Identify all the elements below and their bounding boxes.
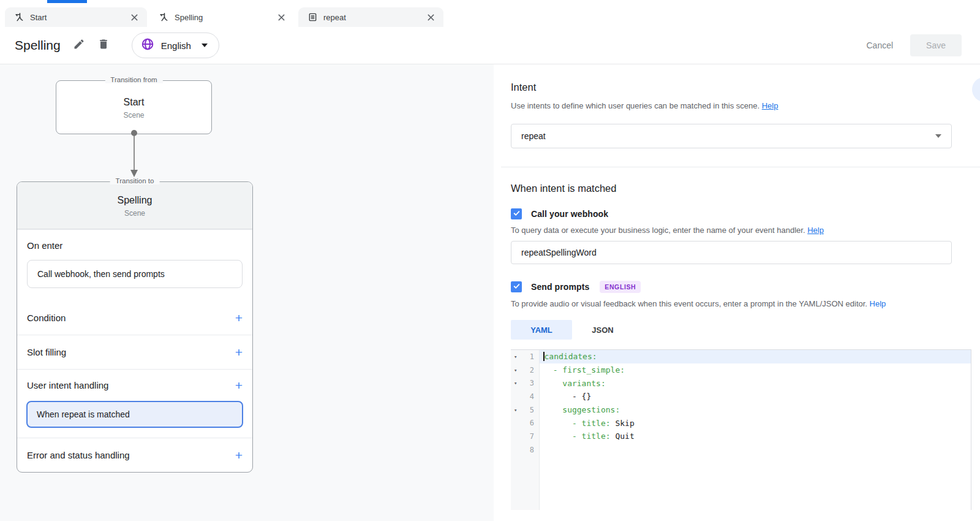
intent-help-link[interactable]: Help xyxy=(762,101,778,110)
edit-scene-button[interactable] xyxy=(73,38,85,53)
section-error-and-status-handling: Error and status handling+ xyxy=(17,438,252,472)
code-line-content[interactable] xyxy=(540,443,971,457)
add-condition-button[interactable]: + xyxy=(235,311,243,324)
section-row-error-and-status-handling[interactable]: Error and status handling+ xyxy=(17,438,252,472)
send-prompts-label: Send prompts xyxy=(531,282,589,292)
chevron-down-icon xyxy=(202,44,208,47)
scene-card-header[interactable]: Transition to Spelling Scene xyxy=(17,182,252,229)
tab-start[interactable]: Start xyxy=(5,7,147,27)
close-icon xyxy=(427,13,435,21)
code-segment: Quit xyxy=(615,432,634,441)
prompts-help-link[interactable]: Help xyxy=(870,299,886,308)
section-row-user-intent-handling[interactable]: User intent handling+ xyxy=(17,370,252,400)
code-segment: Skip xyxy=(615,419,634,428)
code-line-content[interactable]: candidates: xyxy=(540,350,971,363)
scene-header: Spelling English Cancel Save xyxy=(0,27,980,64)
matched-section-title: When intent is matched xyxy=(511,183,980,194)
header-actions: Cancel Save xyxy=(858,34,962,56)
checkmark-icon xyxy=(513,281,521,292)
checkmark-icon xyxy=(513,208,521,219)
section-divider xyxy=(501,167,980,167)
editor-line[interactable]: 6 - title: Skip xyxy=(511,416,971,430)
editor-line[interactable]: ▾1candidates: xyxy=(511,350,971,363)
yaml-editor-lines: ▾1candidates:▾2 - first_simple:▾3 varian… xyxy=(511,350,971,457)
fold-arrow-icon[interactable]: ▾ xyxy=(514,354,522,360)
line-number: 8 xyxy=(522,446,540,454)
code-line-content[interactable]: variants: xyxy=(540,376,971,390)
section-row-condition[interactable]: Condition+ xyxy=(17,301,252,335)
tab-spelling[interactable]: Spelling xyxy=(149,7,294,27)
code-segment: variants: xyxy=(543,379,606,388)
cancel-button[interactable]: Cancel xyxy=(858,34,902,56)
code-line-content[interactable]: suggestions: xyxy=(540,403,971,417)
intent-select[interactable]: repeat xyxy=(511,124,952,148)
fold-arrow-icon[interactable]: ▾ xyxy=(514,367,522,373)
line-number: 7 xyxy=(522,432,540,441)
editor-line[interactable]: ▾2 - first_simple: xyxy=(511,363,971,377)
send-prompts-checkbox[interactable] xyxy=(511,281,522,292)
prompts-description: To provide audio or visual feedback when… xyxy=(511,299,980,308)
close-tab-button[interactable] xyxy=(427,13,435,21)
yaml-editor[interactable]: ▾1candidates:▾2 - first_simple:▾3 varian… xyxy=(511,349,971,510)
section-label: Condition xyxy=(27,313,66,323)
webhook-description: To query data or execute your business l… xyxy=(511,226,980,235)
line-number: 4 xyxy=(522,392,540,401)
editor-line[interactable]: 8 xyxy=(511,443,971,457)
on-enter-item[interactable]: Call webhook, then send prompts xyxy=(27,260,243,288)
line-number: 6 xyxy=(522,419,540,427)
line-number: 3 xyxy=(522,379,540,387)
transition-to-card: Transition to Spelling Scene On enter Ca… xyxy=(17,181,253,473)
page-title: Spelling xyxy=(15,38,61,53)
language-selector[interactable]: English xyxy=(132,32,219,58)
code-segment: - first_simple: xyxy=(543,365,625,375)
intent-section-title: Intent xyxy=(511,82,980,93)
line-gutter: ▾2 xyxy=(511,363,540,377)
fold-arrow-icon[interactable]: ▾ xyxy=(514,380,522,386)
add-slot-filling-button[interactable]: + xyxy=(235,346,243,359)
add-user-intent-handling-button[interactable]: + xyxy=(235,379,243,392)
pencil-icon xyxy=(73,38,85,53)
save-button[interactable]: Save xyxy=(910,34,962,56)
code-line-content[interactable]: - title: Skip xyxy=(540,416,971,430)
code-line-content[interactable]: - first_simple: xyxy=(540,363,971,377)
transition-to-label: Transition to xyxy=(110,177,160,184)
line-number: 1 xyxy=(522,352,540,361)
transition-from-box[interactable]: Transition from Start Scene xyxy=(56,80,212,134)
webhook-help-link[interactable]: Help xyxy=(807,226,824,235)
call-webhook-label: Call your webhook xyxy=(531,209,608,219)
webhook-handler-input[interactable]: repeatSpellingWord xyxy=(511,241,952,264)
editor-line[interactable]: ▾3 variants: xyxy=(511,376,971,390)
add-error-and-status-handling-button[interactable]: + xyxy=(235,449,243,462)
section-label: Slot filling xyxy=(27,347,66,357)
section-condition: Condition+ xyxy=(17,301,252,335)
close-tab-button[interactable] xyxy=(277,13,285,21)
line-number: 2 xyxy=(522,366,540,375)
send-prompts-row: Send prompts ENGLISH xyxy=(511,281,980,293)
intent-select-value: repeat xyxy=(521,131,546,141)
code-segment: - title: xyxy=(543,432,615,441)
dropdown-caret-icon xyxy=(935,134,941,138)
fold-arrow-icon[interactable]: ▾ xyxy=(514,407,522,413)
from-scene-title: Start xyxy=(56,97,211,108)
editor-line[interactable]: ▾5 suggestions: xyxy=(511,403,971,417)
intent-icon xyxy=(308,12,317,22)
transition-from-label: Transition from xyxy=(105,76,162,83)
editor-tab-json[interactable]: JSON xyxy=(572,320,633,340)
section-label: Error and status handling xyxy=(27,450,130,460)
tab-repeat[interactable]: repeat xyxy=(298,7,443,27)
code-line-content[interactable]: - {} xyxy=(540,390,971,403)
editor-tab-yaml[interactable]: YAML xyxy=(511,320,572,340)
close-tab-button[interactable] xyxy=(130,13,138,21)
scene-flow-panel: Transition from Start Scene Transition t… xyxy=(0,64,494,521)
code-line-content[interactable]: - title: Quit xyxy=(540,430,971,443)
language-badge: ENGLISH xyxy=(600,281,641,293)
line-gutter: ▾1 xyxy=(511,350,540,363)
delete-scene-button[interactable] xyxy=(97,38,110,53)
editor-line[interactable]: 4 - {} xyxy=(511,390,971,403)
section-row-slot-filling[interactable]: Slot filling+ xyxy=(17,335,252,369)
editor-line[interactable]: 7 - title: Quit xyxy=(511,430,971,443)
line-gutter: 7 xyxy=(511,430,540,443)
trash-icon xyxy=(97,38,110,53)
handler-when-repeat-is-matched[interactable]: When repeat is matched xyxy=(26,401,243,428)
call-webhook-checkbox[interactable] xyxy=(511,208,522,219)
